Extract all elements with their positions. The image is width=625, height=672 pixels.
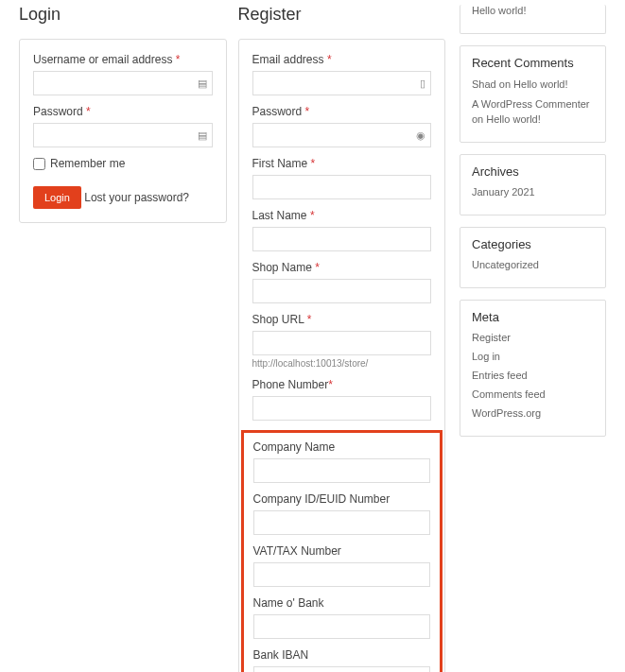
shopname-label: Shop Name * [252, 261, 432, 274]
contact-icon: ▤ [198, 78, 207, 90]
meta-link[interactable]: Entries feed [472, 370, 594, 381]
bank-name-label: Name o' Bank [253, 596, 431, 610]
firstname-label: First Name * [252, 157, 432, 170]
lastname-input[interactable] [252, 227, 432, 251]
company-id-label: Company ID/EUID Number [253, 492, 431, 506]
register-password-input[interactable] [252, 123, 432, 147]
register-heading: Register [238, 5, 446, 25]
meta-link[interactable]: Log in [472, 351, 594, 362]
archives-heading: Archives [472, 164, 594, 179]
email-label: Email address * [252, 53, 432, 66]
category-link[interactable]: Uncategorized [472, 259, 594, 270]
login-heading: Login [19, 5, 227, 25]
meta-link[interactable]: Comments feed [472, 388, 594, 400]
login-button[interactable]: Login [33, 186, 81, 209]
firstname-input[interactable] [252, 175, 432, 199]
shopurl-input[interactable] [252, 331, 432, 355]
archives-widget: Archives January 2021 [460, 154, 606, 215]
vat-input[interactable] [253, 562, 431, 587]
eye-icon: ◉ [416, 129, 425, 142]
remember-label: Remember me [50, 157, 125, 170]
categories-heading: Categories [472, 237, 594, 251]
meta-link[interactable]: WordPress.org [472, 407, 594, 419]
company-name-label: Company Name [253, 440, 431, 454]
recent-post-link[interactable]: Hello world! [472, 5, 594, 16]
iban-input[interactable] [253, 666, 431, 672]
comment-item: Shad on Hello world! [472, 78, 594, 92]
bank-name-input[interactable] [253, 614, 431, 639]
comment-item: A WordPress Commenter on Hello world! [472, 97, 594, 127]
vat-label: VAT/TAX Number [253, 544, 431, 558]
contact-icon: ▯ [420, 78, 425, 90]
shopurl-label: Shop URL * [252, 313, 432, 326]
phone-label: Phone Number* [252, 378, 432, 391]
remember-checkbox[interactable] [33, 158, 45, 170]
username-input[interactable] [33, 71, 213, 95]
login-card: Username or email address * ▤ Password *… [19, 39, 227, 223]
meta-link[interactable]: Register [472, 332, 594, 343]
shopname-input[interactable] [252, 279, 432, 303]
meta-heading: Meta [472, 310, 594, 324]
iban-label: Bank IBAN [253, 648, 431, 662]
recent-posts-widget: Hello world! [460, 5, 606, 34]
vendor-fields-highlight: Company Name Company ID/EUID Number VAT/… [241, 430, 443, 672]
phone-input[interactable] [252, 396, 432, 421]
company-id-input[interactable] [253, 510, 431, 535]
company-name-input[interactable] [253, 458, 431, 483]
archive-link[interactable]: January 2021 [472, 186, 594, 198]
register-card: Email address * ▯ Password * ◉ First Nam… [238, 39, 446, 672]
email-input[interactable] [252, 71, 432, 95]
register-password-label: Password * [252, 105, 432, 118]
lost-password-link[interactable]: Lost your password? [84, 191, 189, 204]
login-password-input[interactable] [33, 123, 213, 147]
password-label: Password * [33, 105, 213, 118]
categories-widget: Categories Uncategorized [460, 227, 606, 288]
meta-widget: Meta Register Log in Entries feed Commen… [460, 300, 606, 437]
username-label: Username or email address * [33, 53, 213, 66]
lastname-label: Last Name * [252, 209, 432, 222]
recent-comments-widget: Recent Comments Shad on Hello world! A W… [460, 45, 606, 143]
recent-comments-heading: Recent Comments [472, 56, 594, 70]
key-icon: ▤ [198, 129, 207, 142]
shopurl-hint: http://localhost:10013/store/ [252, 358, 432, 369]
